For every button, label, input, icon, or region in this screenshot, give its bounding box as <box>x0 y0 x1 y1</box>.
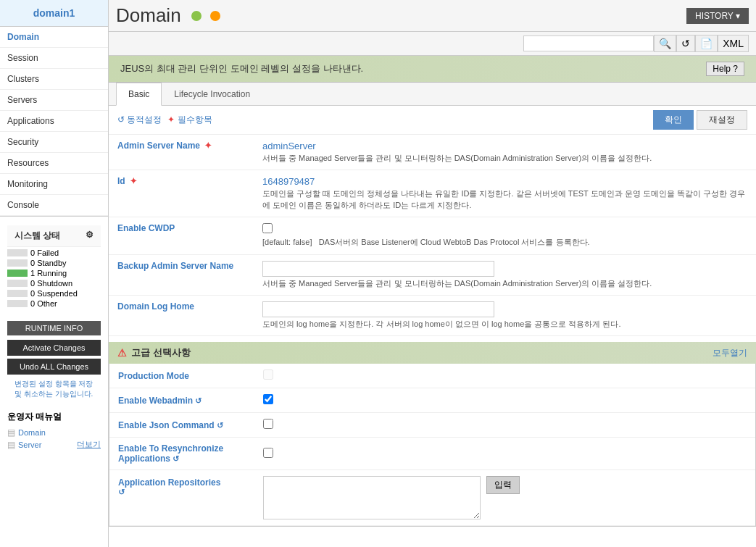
sidebar-item-monitoring[interactable]: Monitoring <box>0 174 108 195</box>
runtime-info-button[interactable]: RUNTIME INFO <box>7 321 101 335</box>
reset-button[interactable]: 재설정 <box>697 110 747 130</box>
help-button[interactable]: Help ? <box>706 62 744 76</box>
operator-server-icon: ▤ <box>7 440 15 450</box>
admin-server-name-label: Admin Server Name ✦ <box>109 135 254 170</box>
status-bar-failed <box>7 249 28 256</box>
required-fields-label: ✦ 필수항목 <box>167 114 212 126</box>
domain-log-home-desc: 도메인의 log home을 지정한다. 각 서버의 log home이 없으면… <box>262 319 747 330</box>
backup-admin-server-name-input[interactable] <box>262 261 494 277</box>
description-bar: JEUS의 최대 관리 단위인 도메인 레벨의 설정을 나타낸다. Help ? <box>109 56 756 83</box>
advanced-form-table: Production Mode Enable Webadmin ↺ <box>109 364 755 526</box>
enable-webadmin-cell <box>254 388 755 413</box>
resync-refresh-icon[interactable]: ↺ <box>173 454 179 463</box>
tab-bar: Basic Lifecycle Invocation <box>109 83 756 106</box>
enable-json-command-checkbox[interactable] <box>263 419 273 429</box>
advanced-title: ⚠ 고급 선택사항 <box>117 346 191 359</box>
id-label: Id ✦ <box>109 170 254 217</box>
export-button[interactable]: 📄 <box>695 35 718 52</box>
status-standby-count: 0 Standby <box>30 259 67 267</box>
toolbar-right: HISTORY ▾ <box>686 8 749 24</box>
required-fields-text: 필수항목 <box>178 114 212 125</box>
undo-all-changes-button[interactable]: Undo ALL Changes <box>7 359 101 375</box>
sidebar-item-applications[interactable]: Applications <box>0 111 108 132</box>
admin-server-name-desc: 서버들 중 Managed Server들을 관리 및 모니터링하는 DAS(D… <box>262 153 747 164</box>
history-button[interactable]: HISTORY ▾ <box>686 8 749 24</box>
status-failed: 0 Failed <box>7 249 101 257</box>
advanced-section: ⚠ 고급 선택사항 모두열기 Production Mode Enable <box>109 342 756 527</box>
sidebar-item-resources[interactable]: Resources <box>0 153 108 174</box>
sidebar-item-console[interactable]: Console <box>0 195 108 216</box>
search-input[interactable] <box>523 36 654 51</box>
sidebar-item-session[interactable]: Session <box>0 48 108 69</box>
id-value-cell: 1648979487 도메인을 구성할 때 도메인의 정체성을 나타내는 유일한… <box>254 170 756 217</box>
production-mode-checkbox[interactable] <box>263 369 273 380</box>
sidebar-item-clusters[interactable]: Clusters <box>0 69 108 90</box>
enable-resync-label: Enable To Resynchronize Applications ↺ <box>109 438 254 470</box>
system-status-title: 시스템 상태 ⚙ <box>7 225 101 247</box>
domain-log-home-input[interactable] <box>262 301 494 317</box>
production-mode-cell <box>254 364 755 388</box>
table-row: Id ✦ 1648979487 도메인을 구성할 때 도메인의 정체성을 나타내… <box>109 170 756 217</box>
required-star-id: ✦ <box>130 176 137 186</box>
enable-cwdp-label: Enable CWDP <box>109 217 254 254</box>
app-repo-refresh-icon[interactable]: ↺ <box>118 488 246 497</box>
production-mode-label: Production Mode <box>109 364 254 388</box>
table-row: Domain Log Home 도메인의 log home을 지정한다. 각 서… <box>109 295 756 335</box>
status-shutdown: 0 Shutdown <box>7 279 101 288</box>
activate-changes-button[interactable]: Activate Changes <box>7 340 101 356</box>
status-suspended-count: 0 Suspended <box>30 289 78 298</box>
description-text: JEUS의 최대 관리 단위인 도메인 레벨의 설정을 나타낸다. <box>120 62 363 75</box>
app-repositories-textarea[interactable] <box>263 476 481 519</box>
refresh-button[interactable]: ↺ <box>676 35 695 52</box>
status-suspended: 0 Suspended <box>7 289 101 298</box>
enable-webadmin-checkbox[interactable] <box>263 394 273 404</box>
page-title: Domain <box>116 4 181 27</box>
advanced-header[interactable]: ⚠ 고급 선택사항 모두열기 <box>109 342 756 364</box>
more-link[interactable]: 더보기 <box>77 439 101 450</box>
table-row: Enable Webadmin ↺ <box>109 388 755 413</box>
enable-resync-checkbox[interactable] <box>263 448 273 458</box>
enable-cwdp-value-cell: [default: false] DAS서버의 Base Listener에 C… <box>254 217 756 254</box>
form-table: Admin Server Name ✦ adminServer 서버들 중 Ma… <box>109 135 756 336</box>
status-circle-green <box>191 11 202 21</box>
operator-server-item[interactable]: ▤ Server 더보기 <box>7 439 101 450</box>
status-bar-other <box>7 300 28 307</box>
table-row: Production Mode <box>109 364 755 388</box>
runtime-info-area: RUNTIME INFO Activate Changes Undo ALL C… <box>0 315 108 405</box>
operator-section-title: 운영자 매뉴얼 <box>7 411 101 423</box>
xml-button[interactable]: XML <box>718 35 749 52</box>
dynamic-settings-label: ↺ 동적설정 <box>117 114 162 126</box>
enable-cwdp-checkbox[interactable] <box>262 223 273 233</box>
table-row: Enable Json Command ↺ <box>109 413 755 438</box>
required-star-icon: ✦ <box>167 114 175 125</box>
status-failed-count: 0 Failed <box>30 249 59 257</box>
search-button[interactable]: 🔍 <box>654 35 676 52</box>
json-command-refresh-icon[interactable]: ↺ <box>217 421 223 430</box>
sidebar-note: 변경된 설정 항목을 저장 및 취소하는 기능입니다. <box>7 376 101 402</box>
sidebar-domain-name[interactable]: domain1 <box>0 0 108 27</box>
enable-json-command-cell <box>254 413 755 438</box>
sidebar-item-servers[interactable]: Servers <box>0 90 108 111</box>
sidebar-item-domain[interactable]: Domain <box>0 27 108 48</box>
tab-lifecycle-invocation[interactable]: Lifecycle Invocation <box>162 83 262 106</box>
status-running: 1 Running <box>7 269 101 277</box>
status-running-count: 1 Running <box>30 269 67 277</box>
operator-domain-item[interactable]: ▤ Domain <box>7 427 101 438</box>
sidebar-item-security[interactable]: Security <box>0 132 108 153</box>
status-shutdown-count: 0 Shutdown <box>30 279 72 288</box>
app-repositories-input-button[interactable]: 입력 <box>486 476 520 494</box>
system-status-panel: 시스템 상태 ⚙ 0 Failed 0 Standby 1 Running 0 … <box>0 216 108 315</box>
table-row: Backup Admin Server Name 서버들 중 Managed S… <box>109 254 756 295</box>
tab-basic[interactable]: Basic <box>116 83 162 106</box>
id-desc: 도메인을 구성할 때 도메인의 정체성을 나타내는 유일한 ID를 지정한다. … <box>262 188 747 211</box>
app-repositories-label: Application Repositories ↺ <box>109 470 254 526</box>
admin-server-name-value: adminServer 서버들 중 Managed Server들을 관리 및 … <box>254 135 756 170</box>
webadmin-refresh-icon[interactable]: ↺ <box>195 396 202 405</box>
table-row: Application Repositories ↺ 입력 <box>109 470 755 526</box>
actions-right: 확인 재설정 <box>653 110 747 130</box>
system-status-icon[interactable]: ⚙ <box>86 230 94 240</box>
advanced-toggle-button[interactable]: 모두열기 <box>713 347 747 359</box>
confirm-button[interactable]: 확인 <box>653 110 694 130</box>
table-row: Enable To Resynchronize Applications ↺ <box>109 438 755 470</box>
content-area: Basic Lifecycle Invocation ↺ 동적설정 ✦ 필수항목… <box>109 83 756 547</box>
